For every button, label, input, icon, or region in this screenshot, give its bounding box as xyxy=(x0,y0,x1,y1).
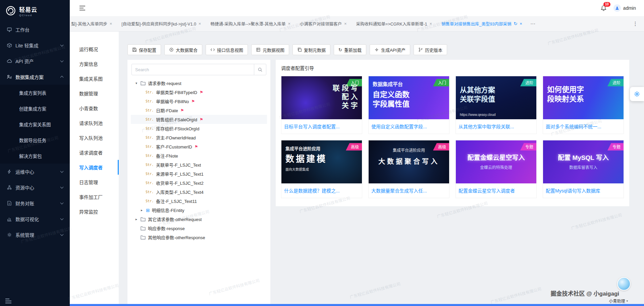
plan-nav-request-scheduler[interactable]: 请求调度者 xyxy=(70,145,119,160)
tab-close-icon[interactable]: × xyxy=(110,21,112,26)
button-label: 生成API资产 xyxy=(381,47,406,53)
card-link[interactable]: 从其他方案中取字段关联... xyxy=(456,119,536,134)
tab-close-icon[interactable]: × xyxy=(520,21,522,26)
copy-metadata-button[interactable]: 复制元数据 xyxy=(292,44,330,55)
guide-card[interactable]: 专题 配置 MySQL 写入 数据库留表写入 配置Mysql语句写入数据库 xyxy=(543,140,624,198)
settings-fab[interactable] xyxy=(630,87,644,101)
sidebar-item-system-admin[interactable]: 系统管理 xyxy=(0,227,70,243)
card-link[interactable]: 配置金蝶云星空写入调度者 xyxy=(456,183,536,198)
plan-nav-data-mgmt[interactable]: 数据管理 xyxy=(70,86,119,101)
tree-node-entity[interactable]: ▸ ⊞ 明细信息-FEntity xyxy=(131,206,267,215)
menu-toggle-button[interactable] xyxy=(79,6,86,10)
sidebar-subitem-create-plan[interactable]: 创建集成方案 xyxy=(0,100,70,116)
sidebar-item-ops-center[interactable]: 运维中心 xyxy=(0,164,70,179)
tree-field-selected[interactable]: Str.销售组织-FSaleOrgId⚑ xyxy=(131,115,267,124)
caret-down-icon[interactable]: ▾ xyxy=(136,81,141,85)
reload-button[interactable]: ↻ 重新加载 xyxy=(334,44,366,55)
tab[interactable]: [自动爱梨]-供应商资料同步[kd->jst]-V1.0 × xyxy=(117,16,206,31)
tab-close-icon[interactable]: × xyxy=(344,21,347,26)
history-versions-button[interactable]: 历史版本 xyxy=(414,44,447,55)
guide-card[interactable]: 高级 集成平台进阶应用 数据建模 面向大数据集成 什么是数据建模？建模之... xyxy=(281,140,362,198)
plan-nav-write-scheduler[interactable]: 写入调度者 xyxy=(70,160,119,175)
sidebar-item-finance-recon[interactable]: 财务对账 xyxy=(0,195,70,211)
tree-field[interactable]: Str.库存组织-FStockOrgId xyxy=(131,124,267,133)
guide-card[interactable]: 进阶 如何使用字 段映射关系 面对多个系统编码不统一... xyxy=(543,76,624,134)
card-link[interactable]: 大数据量聚合生成写入任... xyxy=(369,183,449,198)
plan-nav-log-mgmt[interactable]: 日志管理 xyxy=(70,175,119,189)
tree-field[interactable]: Str.备注-FNote xyxy=(131,151,267,160)
tree-field[interactable]: Str.日期-FDate⚑ xyxy=(131,106,267,115)
tabs-more-icon[interactable]: ⋯ xyxy=(527,21,539,27)
notifications-button[interactable]: 10 xyxy=(600,5,607,11)
tree-field[interactable]: Str.收货单号-F_LSJC_Text2 xyxy=(131,178,267,187)
guide-card[interactable]: 专题 配置金蝶云星空写入 金蝶云的特殊处理 配置金蝶云星空写入调度者 xyxy=(455,140,537,198)
user-menu[interactable]: admin xyxy=(613,4,636,12)
plan-nav-relation-graph[interactable]: 集成关系图 xyxy=(70,71,119,86)
card-link[interactable]: 什么是数据建模？建模之... xyxy=(281,183,362,198)
plan-nav-event-factory[interactable]: 事件加工厂 xyxy=(70,189,119,204)
tab-active[interactable]: 销售单对接销售出库_类型93内部采销 ↻ × xyxy=(437,16,527,31)
sidebar-subitem-plan-graph[interactable]: 集成方案关系图 xyxy=(0,116,70,132)
tab[interactable]: 小满客户对接领猫客户 × xyxy=(295,16,352,31)
plan-nav-write-queue[interactable]: 写入队列池 xyxy=(70,130,119,145)
tree-field[interactable]: Str.备注-F_LSJC_Text11 xyxy=(131,196,267,206)
tree-field[interactable]: Str.客户-FCustomerID⚑ xyxy=(131,142,267,151)
sidebar-subitem-label: 集成方案列表 xyxy=(19,89,46,96)
tree-field[interactable]: Str.货主-FOwnerIdHead xyxy=(131,133,267,142)
tabs-menu-icon[interactable]: ⋮ xyxy=(630,20,644,27)
sidebar-item-lite[interactable]: Lite 轻集成 xyxy=(0,37,70,53)
guide-card[interactable]: 高级 集成平台进阶应用 大数据聚合写入 大数据量聚合生成写入任... xyxy=(368,140,449,198)
caret-right-icon[interactable]: ▸ xyxy=(141,208,146,212)
card-link[interactable]: 使用自定义函数配置字段... xyxy=(369,119,449,134)
tab[interactable]: 畅捷通-采购入库单-->聚水潭-其他入库单 × xyxy=(206,16,295,31)
assistant-toggle[interactable]: 小青助理 ▾ xyxy=(609,298,628,304)
tab[interactable]: 采购收料通知单=>CGRK入库单新增-1 × xyxy=(352,16,437,31)
plan-nav-info[interactable]: 方案信息 xyxy=(70,56,119,71)
guide-card[interactable]: 入门 数据集成平台 自定义函数 字段属性值 使用自定义函数配置字段... xyxy=(368,76,449,134)
sidebar-item-resource-center[interactable]: 资源中心 xyxy=(0,179,70,195)
assistant-avatar[interactable] xyxy=(617,277,631,291)
tree-field[interactable]: Str.入库类型-F_LSJC_Text4 xyxy=(131,187,267,196)
tree-field[interactable]: Str.单据编号-FBillNo⚑ xyxy=(131,97,267,106)
search-input[interactable] xyxy=(132,64,254,75)
sidebar-item-data-integration[interactable]: 数据集成方案 xyxy=(0,69,70,85)
sidebar-subitem-solution-pack[interactable]: 解决方案包 xyxy=(0,148,70,164)
metadata-view-button[interactable]: 元数据视图 xyxy=(251,44,289,55)
tree-node-response[interactable]: 响应参数-response xyxy=(131,224,267,233)
save-config-button[interactable]: 保存配置 xyxy=(127,44,161,55)
sidebar-item-data-viz[interactable]: 数据可视化 xyxy=(0,211,70,227)
guide-card[interactable]: 入门 写入字段配关联 目标平台写入调度者配置... xyxy=(281,76,362,134)
plan-nav-overview[interactable]: 运行概况 xyxy=(70,42,119,56)
horizontal-scrollbar[interactable] xyxy=(70,304,644,306)
caret-right-icon[interactable]: ▸ xyxy=(136,217,141,221)
sidebar-collapse-button[interactable] xyxy=(5,301,11,301)
sidebar-item-workbench[interactable]: 工作台 xyxy=(0,21,70,37)
plan-nav-request-queue[interactable]: 请求队列池 xyxy=(70,116,119,130)
interface-info-view-button[interactable]: 接口信息视图 xyxy=(206,44,248,55)
plan-nav-xiaoqing-query[interactable]: 小青查数 xyxy=(70,101,119,116)
tab-label: 梨]-其他入库单同步 xyxy=(71,20,107,27)
tab-refresh-icon[interactable]: ↻ xyxy=(514,21,517,26)
tree-node-other-request[interactable]: ▸ 其它请求参数-otherRequest xyxy=(131,215,267,224)
tab-close-icon[interactable]: × xyxy=(199,21,201,26)
tree-field[interactable]: Str.来源单号-F_LSJC_Text1 xyxy=(131,169,267,178)
guide-card[interactable]: 进阶 从其他方案 关联字段值 https://www.qeasy.cloud 从… xyxy=(455,76,537,134)
card-link[interactable]: 面对多个系统编码不统一... xyxy=(543,119,624,134)
tab-close-icon[interactable]: × xyxy=(429,21,432,26)
card-link[interactable]: 配置Mysql语句写入数据库 xyxy=(543,183,624,198)
tree-field[interactable]: Str.单据类型-FBillTypeID⚑ xyxy=(131,88,267,97)
tab-close-icon[interactable]: × xyxy=(288,21,290,26)
sidebar-item-api-assets[interactable]: API 资产 xyxy=(0,53,70,69)
tree-field[interactable]: Str.关联单号-F_LSJC_Text xyxy=(131,160,267,169)
sidebar-subitem-plan-list[interactable]: 集成方案列表 xyxy=(0,85,70,100)
sidebar-subitem-data-export[interactable]: 数据导出任务 xyxy=(0,132,70,148)
big-data-aggregate-button[interactable]: 大数据聚合 xyxy=(164,44,202,55)
generate-api-asset-button[interactable]: 生成API资产 xyxy=(370,44,410,55)
tree-node-request[interactable]: ▾ 请求参数-request xyxy=(131,79,267,88)
card-image-title: 自定义函数 字段属性值 xyxy=(373,90,445,109)
plan-nav-exception-monitor[interactable]: 异常监控 xyxy=(70,204,119,219)
tab[interactable]: 梨]-其他入库单同步 × xyxy=(70,16,117,31)
card-link[interactable]: 目标平台写入调度者配置... xyxy=(281,119,362,134)
search-button[interactable] xyxy=(254,64,266,75)
tree-node-other-response[interactable]: 其他响应参数-otherResponse xyxy=(131,233,267,242)
